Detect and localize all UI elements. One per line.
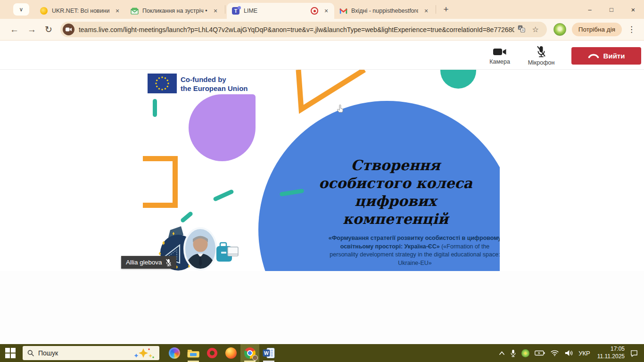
close-icon[interactable]: × (113, 7, 122, 15)
system-tray: УКР 17:05 11.11.2025 (499, 346, 644, 360)
presenter-name: Allia glebova (126, 259, 162, 266)
presentation-stage[interactable]: Co-funded by the European Union Створенн… (0, 69, 644, 272)
tray-date: 11.11.2025 (597, 353, 625, 361)
language-indicator[interactable]: УКР (578, 350, 590, 357)
reload-icon[interactable]: ↻ (45, 24, 52, 35)
new-tab-button[interactable]: + (439, 3, 453, 16)
forward-icon[interactable]: → (27, 25, 36, 35)
decor-purple-blob (189, 94, 256, 161)
taskbar-explorer-button[interactable] (184, 344, 203, 362)
browser-menu-icon[interactable]: ⋮ (627, 25, 636, 34)
presenter-name-pill: Allia glebova (121, 256, 176, 269)
decor-teal-circle (440, 70, 476, 89)
chevron-down-icon: ∨ (19, 6, 24, 13)
participant-roster: Л Лариса (0, 271, 644, 344)
mic-muted-icon (537, 46, 546, 58)
wifi-icon[interactable] (550, 350, 559, 356)
tab-divider (225, 5, 225, 14)
notification-center-icon[interactable] (630, 349, 638, 357)
hangup-icon (588, 53, 599, 58)
tab-title: Покликання на зустріч • alinac (142, 8, 207, 14)
gmail-favicon (339, 7, 347, 15)
start-button[interactable] (5, 347, 16, 359)
screen: ∨ UKR.NET: Всі новини України, × Поклика… (0, 0, 644, 362)
meeting-controls: Камера Мікрофон Вийти (483, 46, 641, 66)
ukrnet-favicon (40, 7, 48, 15)
tab-divider (436, 5, 436, 14)
hand-cursor (337, 105, 343, 113)
leave-label: Вийти (603, 52, 625, 60)
camera-icon (493, 47, 507, 57)
camera-button[interactable]: Камера (483, 47, 517, 65)
close-icon[interactable]: × (322, 7, 330, 15)
clock[interactable]: 17:05 11.11.2025 (597, 346, 625, 360)
close-icon[interactable]: × (422, 7, 430, 15)
file-explorer-icon (187, 348, 199, 358)
profile-action-chip[interactable]: Потрібна дія (572, 23, 622, 36)
eu-flag (148, 74, 177, 93)
battery-icon[interactable] (535, 350, 545, 356)
decor-teal-bar (153, 99, 157, 117)
svg-text:а: а (522, 28, 524, 32)
window-maximize-button[interactable]: □ (601, 0, 622, 19)
eu-cofunded-text: Co-funded by the European Union (181, 75, 248, 93)
tab-gmail-inbox[interactable]: Вхідні - nuppisthebestforever@ × (334, 3, 434, 19)
taskbar-firefox-button[interactable] (222, 344, 240, 362)
leave-button[interactable]: Вийти (571, 47, 641, 65)
tab-search-button[interactable]: ∨ (13, 3, 29, 16)
svg-text:W: W (264, 350, 269, 356)
taskbar-copilot-button[interactable] (165, 344, 184, 362)
back-icon[interactable]: ← (10, 25, 19, 35)
opera-icon (207, 348, 217, 358)
search-placeholder: Пошук (38, 349, 58, 357)
mic-muted-icon (165, 259, 172, 266)
tray-time: 17:05 (597, 346, 625, 353)
tab-title: LIME (244, 8, 307, 14)
mail-favicon (130, 7, 139, 15)
window-close-button[interactable]: × (622, 0, 644, 19)
close-icon[interactable]: × (211, 7, 220, 15)
taskbar-opera-button[interactable] (203, 344, 222, 362)
search-icon (27, 350, 34, 356)
camera-label: Камера (489, 58, 510, 65)
speaker-icon[interactable] (564, 349, 573, 357)
copilot-icon (169, 347, 180, 359)
teams-favicon: T (231, 7, 240, 15)
search-highlights-icon (133, 347, 155, 359)
chevron-up-icon[interactable] (499, 351, 505, 355)
antivirus-shield-icon[interactable] (521, 349, 529, 357)
media-recording-icon (311, 7, 318, 15)
teams-header: Камера Мікрофон Вийти (0, 41, 644, 69)
word-icon: W (263, 347, 275, 359)
firefox-icon (225, 347, 237, 359)
browser-toolbar: ← → ↻ teams.live.com/light-meetings/laun… (0, 19, 644, 41)
chrome-profile-badge (252, 355, 258, 361)
slide-subtitle: «Формування стратегії розвитку особистос… (328, 234, 500, 267)
decor-teal-dash (213, 189, 234, 202)
tray-mic-icon[interactable] (510, 349, 516, 357)
browser-tabstrip: ∨ UKR.NET: Всі новини України, × Поклика… (0, 0, 644, 19)
url-text: teams.live.com/light-meetings/launch?p=L… (79, 26, 514, 33)
window-minimize-button[interactable]: – (579, 0, 601, 19)
microphone-button[interactable]: Мікрофон (524, 46, 558, 66)
tab-lime-active[interactable]: T LIME × (227, 3, 334, 19)
address-bar[interactable]: teams.live.com/light-meetings/launch?p=L… (60, 22, 547, 37)
windows-taskbar: Пошук (0, 344, 644, 362)
decor-orange-square (143, 156, 178, 208)
taskbar-word-button[interactable]: W (259, 344, 278, 362)
microphone-label: Мікрофон (528, 59, 555, 66)
taskbar-chrome-button[interactable] (240, 344, 259, 362)
extension-avatar-icon[interactable] (553, 23, 566, 36)
tab-title: UKR.NET: Всі новини України, (52, 8, 109, 14)
tab-camera-indicator-icon[interactable] (63, 24, 74, 35)
tab-meeting-invite[interactable]: Покликання на зустріч • alinac × (125, 3, 223, 19)
window-controls: – □ × (579, 0, 644, 19)
shared-slide: Co-funded by the European Union Створенн… (143, 70, 500, 272)
translate-icon[interactable]: Aа (518, 25, 525, 34)
slide-title: Створення особистого колеса цифрових ком… (303, 156, 488, 228)
taskbar-search[interactable]: Пошук (23, 346, 159, 360)
decor-teal-dash (180, 211, 194, 223)
bookmark-star-icon[interactable]: ☆ (532, 25, 538, 34)
tab-title: Вхідні - nuppisthebestforever@ (351, 8, 418, 14)
tab-ukrnet[interactable]: UKR.NET: Всі новини України, × (35, 3, 125, 19)
